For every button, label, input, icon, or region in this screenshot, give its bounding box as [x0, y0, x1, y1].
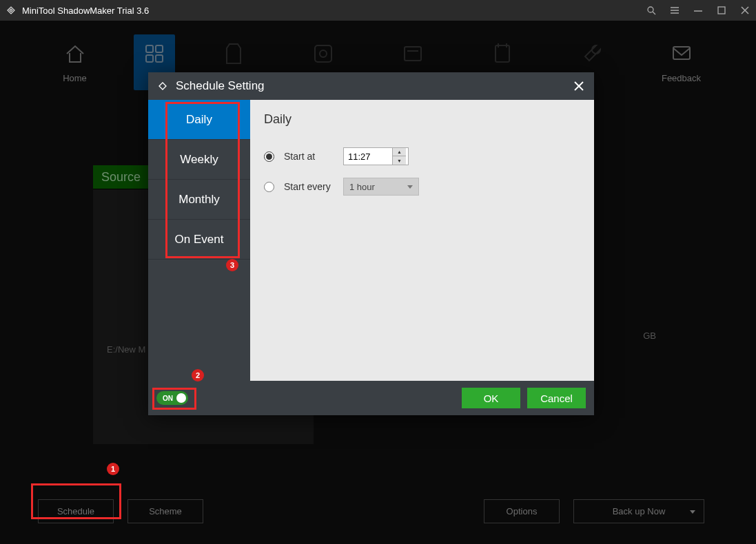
svg-rect-13	[315, 45, 331, 62]
cancel-button[interactable]: Cancel	[527, 388, 586, 408]
size-gb: GB	[643, 331, 656, 341]
start-at-time-input[interactable]: ▲ ▼	[343, 147, 409, 165]
dialog-close-icon[interactable]	[572, 79, 586, 93]
annotation-badge-1: 1	[107, 463, 119, 475]
dialog-sidebar: Daily Weekly Monthly On Event	[148, 100, 250, 381]
svg-point-14	[320, 50, 327, 57]
tab-on-event[interactable]: On Event	[148, 220, 250, 260]
start-every-label: Start every	[284, 181, 334, 192]
svg-rect-20	[673, 47, 690, 59]
start-at-time-field[interactable]	[344, 151, 392, 162]
options-button[interactable]: Options	[484, 499, 560, 523]
svg-rect-11	[146, 55, 153, 62]
backup-now-button[interactable]: Back up Now	[573, 499, 704, 523]
toggle-label: ON	[163, 395, 173, 402]
toggle-knob	[176, 393, 186, 403]
search-icon[interactable]	[646, 5, 657, 16]
dialog-content: Daily Start at ▲ ▼ Start every 1 hour	[250, 100, 594, 381]
dialog-title: Schedule Setting	[176, 79, 265, 93]
schedule-toggle[interactable]: ON	[156, 391, 188, 405]
nav-home-label: Home	[63, 73, 87, 83]
spin-up-icon[interactable]: ▲	[393, 148, 406, 156]
dialog-footer: ON OK Cancel	[148, 381, 594, 415]
start-at-radio[interactable]	[264, 151, 274, 162]
schedule-setting-dialog: Schedule Setting Daily Weekly Monthly On…	[148, 72, 594, 415]
app-icon	[6, 5, 17, 16]
schedule-button[interactable]: Schedule	[38, 499, 114, 523]
maximize-icon[interactable]	[716, 5, 727, 16]
minimize-icon[interactable]	[693, 5, 704, 16]
svg-rect-6	[718, 7, 725, 14]
start-every-radio[interactable]	[264, 182, 274, 192]
svg-rect-12	[156, 55, 163, 62]
titlebar: MiniTool ShadowMaker Trial 3.6	[0, 0, 756, 21]
app-title: MiniTool ShadowMaker Trial 3.6	[22, 6, 646, 16]
source-path: E:/New M	[107, 344, 145, 355]
svg-rect-15	[405, 47, 421, 61]
menu-icon[interactable]	[669, 5, 680, 16]
dialog-titlebar: Schedule Setting	[148, 72, 594, 100]
tab-daily[interactable]: Daily	[148, 100, 250, 140]
svg-line-1	[653, 12, 655, 14]
nav-home[interactable]: Home	[54, 41, 96, 83]
nav-feedback[interactable]: Feedback	[661, 41, 702, 83]
start-at-label: Start at	[284, 151, 334, 162]
bottom-bar: Schedule Scheme Options Back up Now	[0, 499, 756, 523]
spin-down-icon[interactable]: ▼	[393, 156, 406, 165]
close-icon[interactable]	[739, 5, 750, 16]
content-heading: Daily	[264, 112, 580, 127]
svg-rect-9	[146, 45, 153, 52]
svg-point-0	[648, 7, 653, 12]
dialog-icon	[156, 80, 169, 92]
tab-monthly[interactable]: Monthly	[148, 180, 250, 220]
svg-rect-17	[496, 45, 509, 62]
scheme-button[interactable]: Scheme	[127, 499, 203, 523]
nav-feedback-label: Feedback	[662, 73, 701, 83]
svg-rect-10	[156, 45, 163, 52]
start-every-select[interactable]: 1 hour	[343, 178, 419, 196]
window-controls	[646, 5, 750, 16]
tab-weekly[interactable]: Weekly	[148, 140, 250, 180]
ok-button[interactable]: OK	[462, 388, 520, 408]
